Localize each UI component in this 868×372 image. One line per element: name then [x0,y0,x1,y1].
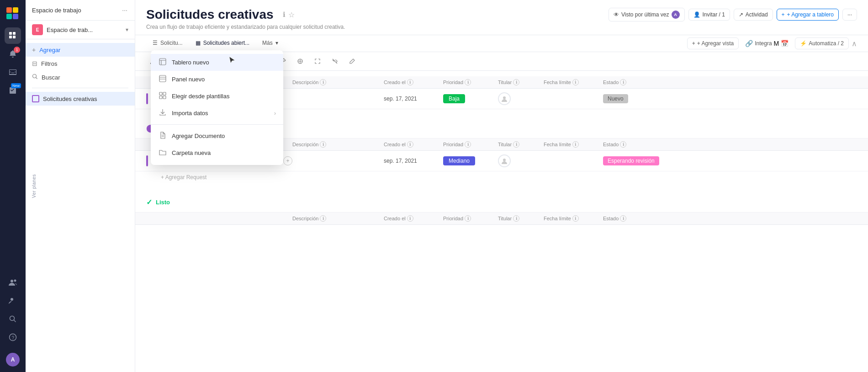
menu-item-plantillas[interactable]: Elegir desde plantillas [151,88,283,105]
menu-divider [151,124,283,125]
dropdown-backdrop [0,0,868,372]
menu-label-importa: Importa datos [172,110,208,117]
svg-rect-23 [159,96,162,99]
svg-rect-20 [159,75,166,82]
menu-item-carpeta[interactable]: Carpeta nueva [151,144,283,161]
svg-rect-24 [163,96,166,99]
menu-label-carpeta: Carpeta nueva [172,149,211,156]
svg-rect-21 [159,92,162,95]
menu-label-plantillas: Elegir desde plantillas [172,93,229,100]
menu-item-importa[interactable]: Importa datos › [151,105,283,122]
arrow-icon: › [274,110,276,117]
folder-icon [158,149,167,157]
table-icon [158,58,167,67]
doc-icon [158,132,167,140]
menu-label-documento: Agregar Documento [172,133,225,139]
menu-item-tablero-nuevo[interactable]: Tablero nuevo [151,54,283,71]
menu-label-panel: Panel nuevo [172,76,205,83]
svg-rect-19 [159,58,166,65]
svg-rect-22 [163,92,166,95]
panel-icon [158,75,167,84]
template-icon [158,92,167,101]
menu-label-tablero: Tablero nuevo [172,59,209,66]
dropdown-menu: Tablero nuevo Panel nuevo Elegir desde p… [151,50,283,165]
import-icon [158,109,167,117]
menu-item-panel-nuevo[interactable]: Panel nuevo [151,71,283,88]
menu-item-documento[interactable]: Agregar Documento [151,128,283,144]
